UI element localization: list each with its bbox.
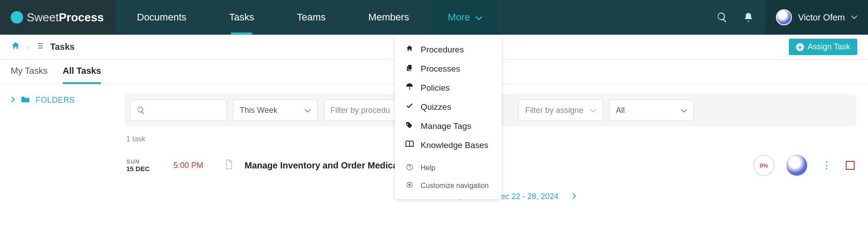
user-menu[interactable]: Victor Ofem — [765, 0, 868, 35]
nav-teams[interactable]: Teams — [276, 0, 347, 35]
tasks-list-icon — [35, 41, 44, 52]
copy-icon — [405, 64, 414, 74]
check-icon — [405, 102, 414, 112]
nav-documents[interactable]: Documents — [116, 0, 208, 35]
menu-manage-tags[interactable]: Manage Tags — [395, 116, 502, 136]
pager-next[interactable]: Dec 22 - 28, 2024 — [495, 192, 559, 201]
task-checkbox[interactable] — [846, 161, 855, 170]
nav-members[interactable]: Members — [347, 0, 430, 35]
filter-period[interactable]: This Week — [233, 100, 317, 121]
assign-task-button[interactable]: ＋ Assign Task — [789, 39, 857, 55]
svg-point-2 — [409, 184, 410, 186]
menu-policies[interactable]: Policies — [395, 78, 502, 97]
more-dropdown: Procedures Processes Policies Quizzes Ma… — [395, 35, 502, 199]
menu-quizzes[interactable]: Quizzes — [395, 97, 502, 116]
bell-icon[interactable] — [743, 12, 754, 23]
search-icon — [137, 106, 145, 115]
book-icon — [405, 140, 414, 150]
menu-customize-nav[interactable]: Customize navigation — [395, 177, 502, 195]
home-icon[interactable] — [11, 41, 20, 53]
task-actions-menu[interactable]: ⋮ — [819, 160, 834, 171]
task-date: SUN 15 DEC — [126, 158, 162, 172]
tags-icon — [405, 121, 414, 131]
avatar — [776, 9, 792, 25]
breadcrumb: › Tasks — [11, 41, 75, 53]
task-assignee-avatar[interactable] — [786, 155, 808, 176]
tab-all-tasks[interactable]: All Tasks — [63, 66, 101, 84]
menu-knowledge-bases[interactable]: Knowledge Bases — [395, 136, 502, 155]
chevron-down-icon — [305, 106, 311, 115]
nav-more-label: More — [448, 12, 470, 23]
filter-status[interactable]: All — [609, 100, 694, 121]
nav-tasks[interactable]: Tasks — [208, 0, 275, 35]
chevron-right-icon — [11, 96, 15, 105]
target-icon — [405, 181, 414, 190]
help-icon — [405, 164, 414, 172]
search-icon[interactable] — [716, 12, 728, 23]
chevron-right-icon[interactable] — [572, 193, 576, 201]
home-icon — [405, 44, 414, 55]
user-name: Victor Ofem — [798, 12, 845, 23]
logo-icon — [11, 11, 23, 24]
nav-more[interactable]: More — [430, 0, 500, 35]
chevron-down-icon — [681, 106, 687, 115]
logo[interactable]: SweetProcess — [0, 0, 116, 35]
task-time: 5:00 PM — [173, 161, 213, 170]
chevron-down-icon — [851, 15, 857, 20]
sidebar-folders[interactable]: FOLDERS — [11, 95, 114, 105]
folder-icon — [20, 95, 30, 105]
logo-text-sweet: Sweet — [27, 11, 59, 24]
umbrella-icon — [405, 83, 414, 93]
plus-icon: ＋ — [796, 43, 804, 51]
menu-processes[interactable]: Processes — [395, 59, 502, 78]
document-icon — [225, 160, 233, 171]
filter-assignee[interactable]: Filter by assigne — [518, 100, 603, 121]
task-search-input[interactable] — [130, 100, 227, 121]
chevron-right-icon: › — [27, 44, 29, 51]
menu-procedures[interactable]: Procedures — [395, 40, 502, 59]
breadcrumb-tasks: Tasks — [50, 42, 75, 52]
tab-my-tasks[interactable]: My Tasks — [11, 66, 48, 84]
logo-text-process: Process — [59, 11, 104, 24]
chevron-down-icon — [590, 106, 596, 115]
chevron-down-icon — [475, 12, 482, 23]
task-progress: 0% — [753, 155, 775, 176]
menu-help[interactable]: Help — [395, 159, 502, 177]
